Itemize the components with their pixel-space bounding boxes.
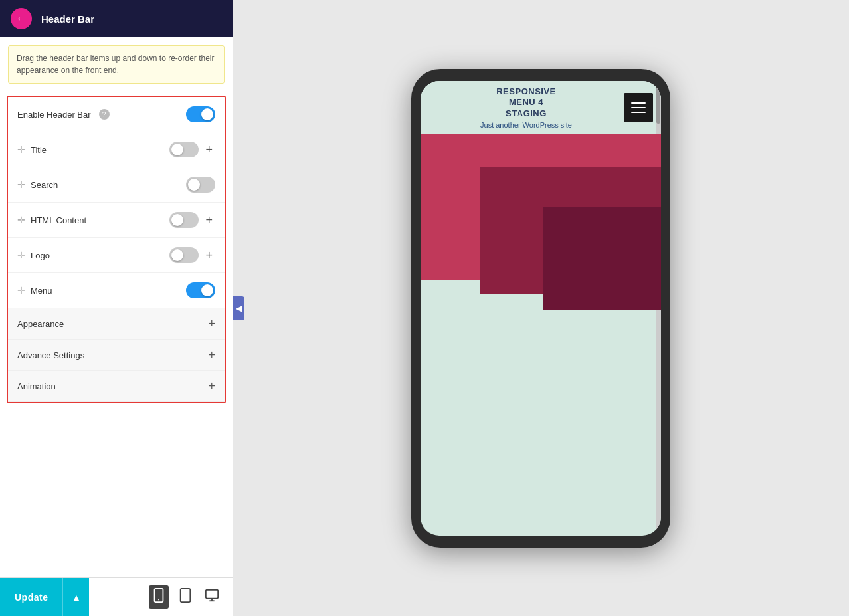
enable-header-bar-label: Enable Header Bar (17, 110, 91, 120)
phone-content-area (421, 134, 661, 535)
drag-handle-logo[interactable]: ✛ (17, 250, 25, 260)
phone-title-area: RESPONSIVEMENU 4STAGING Just another Wor… (428, 86, 624, 130)
title-row: ✛ Title + (8, 132, 225, 167)
svg-point-1 (158, 599, 159, 601)
toggle-thumb-menu (201, 284, 213, 296)
settings-area: Enable Header Bar ? ✛ Title (0, 92, 233, 577)
logo-controls: + (169, 247, 215, 263)
search-label: Search (31, 180, 58, 190)
panel-title: Header Bar (41, 13, 94, 25)
mobile-device-button[interactable] (149, 585, 169, 609)
desktop-device-button[interactable] (202, 585, 222, 609)
notice-text: Drag the header bar items up and down to… (17, 54, 215, 75)
toggle-track-logo (169, 247, 199, 263)
svg-rect-4 (206, 590, 218, 599)
search-toggle[interactable] (186, 177, 215, 193)
phone-site-title: RESPONSIVEMENU 4STAGING (428, 86, 624, 120)
toggle-thumb-html (171, 214, 183, 226)
toggle-thumb-title (171, 144, 183, 155)
drag-handle-menu[interactable]: ✛ (17, 285, 25, 296)
html-content-label: HTML Content (31, 215, 86, 225)
animation-label: Animation (17, 381, 56, 391)
toggle-track-search (186, 177, 215, 193)
logo-label-group: ✛ Logo (17, 250, 50, 260)
phone-site-subtitle: Just another WordPress site (428, 121, 624, 129)
toggle-track-enable (186, 106, 215, 122)
html-content-plus-button[interactable]: + (203, 214, 215, 226)
menu-row: ✛ Menu (8, 273, 225, 308)
advance-settings-expand-icon: + (208, 349, 215, 361)
panel-header: ← Header Bar (0, 0, 233, 37)
title-controls: + (169, 142, 215, 157)
title-plus-button[interactable]: + (203, 144, 215, 155)
phone-screen: RESPONSIVEMENU 4STAGING Just another Wor… (421, 81, 661, 536)
html-content-toggle[interactable] (169, 212, 199, 228)
menu-label-group: ✛ Menu (17, 285, 52, 296)
drag-handle-search[interactable]: ✛ (17, 179, 25, 190)
drag-handle-title[interactable]: ✛ (17, 144, 25, 155)
bottom-bar: Update ▲ (0, 577, 233, 616)
html-content-label-group: ✛ HTML Content (17, 215, 86, 225)
phone-header: RESPONSIVEMENU 4STAGING Just another Wor… (421, 81, 661, 135)
toggle-track-menu (186, 282, 215, 298)
title-label: Title (31, 145, 47, 155)
phone-screen-inner: RESPONSIVEMENU 4STAGING Just another Wor… (421, 81, 661, 536)
left-panel: ← Header Bar Drag the header bar items u… (0, 0, 233, 616)
animation-expand-icon: + (208, 380, 215, 392)
hamburger-line-1 (631, 102, 646, 104)
logo-label: Logo (31, 251, 50, 260)
menu-controls (186, 282, 215, 298)
logo-toggle[interactable] (169, 247, 199, 263)
update-arrow-button[interactable]: ▲ (62, 578, 89, 617)
hamburger-button[interactable] (624, 93, 653, 122)
logo-row: ✛ Logo + (8, 238, 225, 273)
phone-mockup: RESPONSIVEMENU 4STAGING Just another Wor… (411, 69, 670, 548)
toggle-thumb-enable (201, 108, 213, 120)
drag-handle-html[interactable]: ✛ (17, 215, 25, 225)
title-toggle[interactable] (169, 142, 199, 157)
search-label-group: ✛ Search (17, 179, 58, 190)
question-icon[interactable]: ? (99, 109, 110, 120)
hamburger-line-3 (631, 112, 646, 113)
search-row: ✛ Search (8, 167, 225, 203)
enable-header-bar-row: Enable Header Bar ? (8, 97, 225, 132)
toggle-track-html (169, 212, 199, 228)
appearance-row[interactable]: Appearance + (8, 308, 225, 340)
toggle-thumb-logo (171, 249, 183, 261)
animation-row[interactable]: Animation + (8, 371, 225, 402)
notice-box: Drag the header bar items up and down to… (8, 45, 225, 84)
appearance-expand-icon: + (208, 318, 215, 330)
enable-header-bar-label-group: Enable Header Bar ? (17, 109, 110, 120)
svg-rect-2 (181, 589, 191, 602)
update-button[interactable]: Update (0, 578, 62, 617)
advance-settings-row[interactable]: Advance Settings + (8, 340, 225, 371)
toggle-thumb-search (188, 179, 200, 191)
enable-header-bar-toggle[interactable] (186, 106, 215, 122)
hamburger-line-2 (631, 107, 646, 108)
search-controls (186, 177, 215, 193)
html-content-controls: + (169, 212, 215, 228)
menu-label: Menu (31, 286, 52, 296)
red-block-3 (543, 207, 661, 310)
right-panel: RESPONSIVEMENU 4STAGING Just another Wor… (233, 0, 849, 616)
logo-plus-button[interactable]: + (203, 249, 215, 261)
section-outline: Enable Header Bar ? ✛ Title (7, 96, 226, 403)
advance-settings-label: Advance Settings (17, 350, 84, 360)
menu-toggle[interactable] (186, 282, 215, 298)
toggle-track-title (169, 142, 199, 157)
collapse-panel-button[interactable]: ◀ (233, 296, 244, 320)
appearance-label: Appearance (17, 319, 64, 329)
title-label-group: ✛ Title (17, 144, 47, 155)
html-content-row: ✛ HTML Content + (8, 203, 225, 238)
back-button[interactable]: ← (11, 8, 32, 29)
device-buttons (138, 585, 233, 609)
tablet-device-button[interactable] (175, 585, 195, 609)
phone-scrollbar-thumb (656, 84, 660, 124)
